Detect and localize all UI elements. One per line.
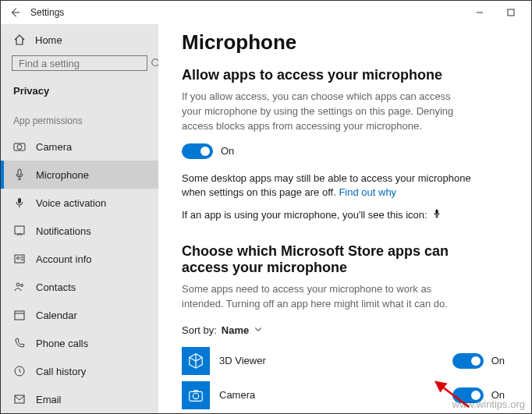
sidebar-item-voice-activation[interactable]: Voice activation	[1, 189, 158, 217]
calendar-icon	[13, 309, 26, 321]
search-input[interactable]	[19, 58, 150, 69]
sidebar-item-label: Camera	[36, 141, 72, 153]
settings-window: Settings Home Privacy App permissions	[0, 0, 532, 414]
titlebar: Settings	[1, 1, 531, 24]
svg-rect-8	[15, 226, 24, 234]
home-nav-button[interactable]: Home	[1, 26, 158, 54]
mic-in-use-icon	[432, 208, 442, 221]
camera-icon	[13, 140, 26, 153]
app-row-camera: Camera On	[182, 378, 508, 412]
app-name: 3D Viewer	[219, 355, 443, 366]
permissions-heading: App permissions	[1, 104, 158, 133]
sidebar-item-calendar[interactable]: Calendar	[1, 301, 158, 329]
search-box[interactable]	[12, 55, 147, 71]
sidebar-item-notifications[interactable]: Notifications	[1, 217, 158, 245]
choose-apps-description: Some apps need to access your microphone…	[182, 282, 463, 312]
svg-rect-15	[15, 311, 24, 320]
svg-rect-1	[508, 9, 514, 16]
sidebar-item-label: Voice activation	[36, 197, 106, 209]
sort-label: Sort by:	[182, 324, 217, 336]
sidebar-item-phone-calls[interactable]: Phone calls	[1, 329, 158, 357]
find-out-why-link[interactable]: Find out why	[339, 186, 396, 198]
app-row-cortana: Cortana Off	[182, 412, 508, 413]
sidebar-item-label: Contacts	[36, 281, 76, 293]
email-icon	[13, 393, 26, 405]
sidebar-item-label: Notifications	[36, 225, 91, 237]
sidebar-item-label: Microphone	[36, 169, 89, 181]
sidebar-item-call-history[interactable]: Call history	[1, 357, 158, 385]
minimize-icon	[476, 9, 484, 16]
svg-point-14	[21, 285, 23, 287]
svg-rect-6	[18, 169, 21, 175]
account-info-icon	[13, 253, 26, 265]
voice-activation-icon	[13, 196, 26, 209]
maximize-icon	[507, 9, 515, 16]
chevron-down-icon	[254, 324, 263, 336]
svg-point-10	[17, 257, 20, 260]
svg-rect-19	[435, 210, 438, 214]
app-tile-camera	[182, 381, 210, 409]
desktop-apps-note: Some desktop apps may still be able to a…	[182, 172, 494, 201]
svg-point-5	[17, 145, 22, 150]
sort-value: Name	[222, 324, 249, 336]
app-tile-3d-viewer	[182, 347, 210, 375]
content-pane: Microphone Allow apps to access your mic…	[158, 24, 531, 413]
sidebar-item-label: Calendar	[36, 310, 77, 321]
maximize-button[interactable]	[495, 3, 527, 22]
svg-rect-7	[18, 198, 21, 203]
app-toggle-camera[interactable]	[452, 387, 484, 403]
app-toggle-state: On	[491, 389, 505, 401]
sidebar-item-label: Call history	[36, 366, 86, 377]
window-title: Settings	[30, 7, 64, 18]
search-icon	[150, 57, 158, 69]
master-microphone-toggle[interactable]	[182, 143, 213, 159]
sidebar-item-label: Phone calls	[36, 338, 88, 349]
sidebar-item-account-info[interactable]: Account info	[1, 245, 158, 273]
svg-point-21	[193, 393, 198, 398]
home-label: Home	[35, 34, 62, 46]
sidebar-item-label: Email	[36, 394, 62, 405]
allow-apps-description: If you allow access, you can choose whic…	[182, 90, 463, 134]
mic-in-use-line: If an app is using your microphone, you'…	[182, 208, 508, 221]
allow-apps-heading: Allow apps to access your microphone	[182, 67, 508, 83]
app-name: Camera	[219, 389, 443, 401]
sidebar-item-email[interactable]: Email	[1, 385, 158, 413]
app-toggle-state: On	[491, 355, 505, 366]
app-row-3d-viewer: 3D Viewer On	[182, 344, 508, 378]
sidebar-item-contacts[interactable]: Contacts	[1, 273, 158, 301]
sidebar-item-camera[interactable]: Camera	[1, 133, 158, 161]
sort-by-dropdown[interactable]: Sort by: Name	[182, 324, 508, 336]
call-history-icon	[13, 365, 26, 377]
notifications-icon	[13, 225, 26, 237]
minimize-button[interactable]	[464, 3, 495, 22]
svg-point-13	[16, 283, 20, 286]
microphone-icon	[13, 168, 26, 181]
svg-rect-9	[15, 255, 24, 263]
home-icon	[13, 34, 26, 46]
sidebar-item-label: Account info	[36, 253, 92, 265]
svg-rect-18	[15, 395, 24, 403]
sidebar: Home Privacy App permissions Camera Micr…	[1, 24, 158, 413]
sidebar-category: Privacy	[1, 80, 158, 104]
svg-point-2	[152, 59, 158, 66]
sidebar-item-microphone[interactable]: Microphone	[1, 161, 158, 189]
back-arrow-icon	[9, 7, 20, 18]
cube-icon	[187, 352, 204, 370]
app-toggle-3d-viewer[interactable]	[452, 353, 484, 369]
page-title: Microphone	[182, 30, 508, 55]
master-toggle-state: On	[221, 145, 234, 157]
camera-app-icon	[187, 387, 204, 404]
contacts-icon	[13, 281, 26, 293]
back-button[interactable]	[5, 3, 24, 22]
choose-apps-heading: Choose which Microsoft Store apps can ac…	[182, 243, 463, 276]
phone-calls-icon	[13, 337, 26, 349]
